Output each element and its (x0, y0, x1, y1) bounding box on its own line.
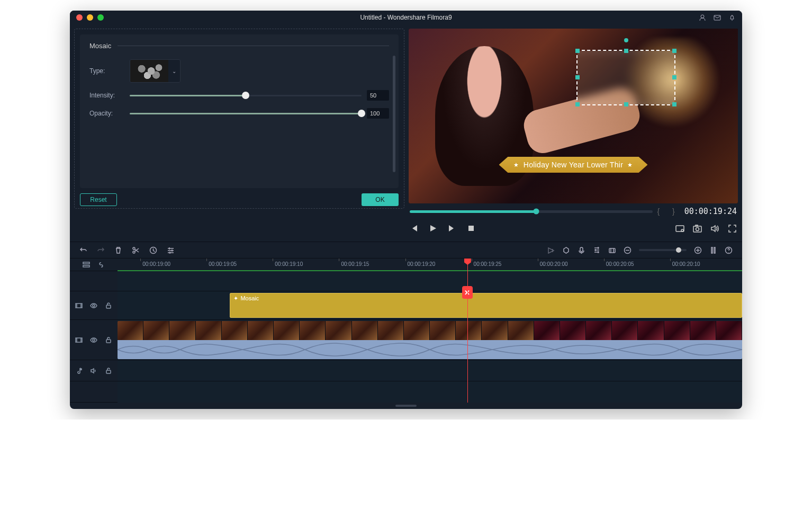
video-thumbnail (169, 321, 195, 340)
clip-effect-icon: ✦ (233, 295, 238, 302)
playhead[interactable] (467, 258, 468, 403)
zoom-slider[interactable] (639, 249, 687, 251)
resize-handle-t[interactable] (624, 49, 628, 53)
ruler-mark: 00:00:20:10 (672, 261, 700, 267)
timeline-toolbar (70, 242, 742, 258)
voiceover-icon[interactable] (578, 246, 585, 254)
link-icon[interactable] (97, 261, 105, 269)
zoom-in-icon[interactable] (694, 246, 702, 254)
snapshot-icon[interactable] (693, 224, 702, 233)
resize-handle-l[interactable] (575, 75, 580, 79)
intensity-slider[interactable] (130, 90, 362, 101)
minimize-window-button[interactable] (87, 14, 93, 21)
video-thumbnail (404, 321, 430, 340)
mosaic-selection-box[interactable] (576, 50, 675, 106)
video-thumbnail (560, 321, 586, 340)
svg-rect-12 (609, 248, 615, 253)
resize-handle-r[interactable] (672, 75, 676, 79)
adjust-icon[interactable] (167, 246, 175, 254)
audio-waveform[interactable] (118, 340, 742, 359)
audio-track[interactable] (118, 360, 742, 381)
resize-handle-br[interactable] (672, 102, 676, 106)
split-icon[interactable] (132, 246, 140, 254)
empty-track[interactable] (118, 381, 742, 403)
ok-button[interactable]: OK (362, 193, 399, 206)
undo-icon[interactable] (79, 246, 87, 254)
visibility-icon[interactable] (90, 302, 97, 309)
quality-settings-icon[interactable] (675, 224, 684, 233)
account-icon[interactable] (699, 14, 706, 21)
effect-track[interactable]: ✦ Mosaic (118, 291, 742, 320)
mosaic-clip-label: Mosaic (240, 295, 259, 301)
resize-handle-tl[interactable] (575, 49, 580, 53)
zoom-fit-icon[interactable] (709, 246, 717, 254)
reset-button[interactable]: Reset (80, 193, 117, 206)
svg-rect-26 (106, 370, 111, 373)
timecode-display: 00:00:19:24 (684, 207, 737, 216)
svg-point-6 (696, 227, 699, 230)
mail-icon[interactable] (714, 14, 721, 21)
svg-rect-22 (106, 305, 111, 308)
video-thumbnail (118, 321, 143, 340)
step-back-button[interactable] (410, 224, 418, 233)
svg-rect-3 (676, 226, 684, 231)
delete-icon[interactable] (114, 246, 122, 254)
video-thumbnail (664, 321, 690, 340)
video-thumbnail (352, 321, 378, 340)
video-thumbnail (638, 321, 664, 340)
mixer-icon[interactable] (593, 246, 601, 254)
zoom-out-icon[interactable] (624, 246, 631, 254)
marker-icon[interactable] (562, 246, 570, 254)
panel-scrollbar[interactable] (393, 56, 395, 172)
effect-settings-panel: Mosaic Type: ⌄ Intensity: (74, 29, 404, 209)
lower-third-overlay: Holiday New Year Lower Thir (499, 157, 647, 173)
notification-icon[interactable] (728, 14, 736, 21)
svg-point-21 (93, 305, 95, 307)
video-thumbnail (274, 321, 300, 340)
video-thumbnail (482, 321, 508, 340)
video-track[interactable] (118, 320, 742, 360)
marker-track[interactable]: ✕ (118, 271, 742, 291)
step-forward-button[interactable] (448, 224, 456, 233)
video-thumbnail (196, 321, 222, 340)
maximize-window-button[interactable] (97, 14, 104, 21)
speed-icon[interactable] (149, 246, 157, 254)
lock-icon[interactable] (105, 302, 112, 309)
type-label: Type: (89, 67, 130, 75)
fullscreen-icon[interactable] (728, 224, 737, 233)
lock-icon[interactable] (105, 336, 112, 344)
help-icon[interactable] (725, 246, 733, 254)
preview-scrubber[interactable] (410, 210, 653, 213)
resize-handle-b[interactable] (624, 102, 628, 106)
effect-section-title: Mosaic (89, 42, 389, 50)
redo-icon[interactable] (97, 246, 105, 254)
mosaic-type-select[interactable]: ⌄ (130, 59, 181, 83)
close-window-button[interactable] (76, 14, 83, 21)
lock-icon[interactable] (105, 367, 112, 375)
timeline-ruler[interactable]: 00:00:19:0000:00:19:0500:00:19:1000:00:1… (118, 258, 742, 271)
window-title: Untitled - Wondershare Filmora9 (360, 14, 452, 21)
video-thumbnail (326, 321, 351, 340)
opacity-value-input[interactable] (367, 108, 389, 119)
opacity-slider[interactable] (130, 108, 362, 119)
video-preview[interactable]: Holiday New Year Lower Thir (409, 29, 738, 203)
mute-icon[interactable] (90, 367, 97, 375)
tc-bracket-icons[interactable]: { } (657, 207, 680, 216)
video-thumbnail (534, 321, 560, 340)
visibility-icon[interactable] (90, 336, 97, 344)
intensity-value-input[interactable] (367, 90, 389, 101)
svg-point-24 (93, 339, 95, 341)
play-button[interactable] (429, 224, 437, 233)
video-clip[interactable] (118, 321, 742, 340)
resize-handle-bl[interactable] (575, 102, 580, 106)
stop-button[interactable] (467, 224, 475, 233)
resize-handle-tr[interactable] (672, 49, 676, 53)
manage-tracks-icon[interactable] (83, 261, 90, 269)
rotate-handle[interactable] (624, 38, 628, 42)
video-thumbnail (300, 321, 326, 340)
volume-icon[interactable] (710, 224, 719, 233)
mosaic-clip[interactable]: ✦ Mosaic (230, 293, 742, 318)
panel-resize-handle[interactable] (395, 405, 417, 407)
render-icon[interactable] (547, 246, 555, 254)
crop-icon[interactable] (608, 246, 616, 254)
